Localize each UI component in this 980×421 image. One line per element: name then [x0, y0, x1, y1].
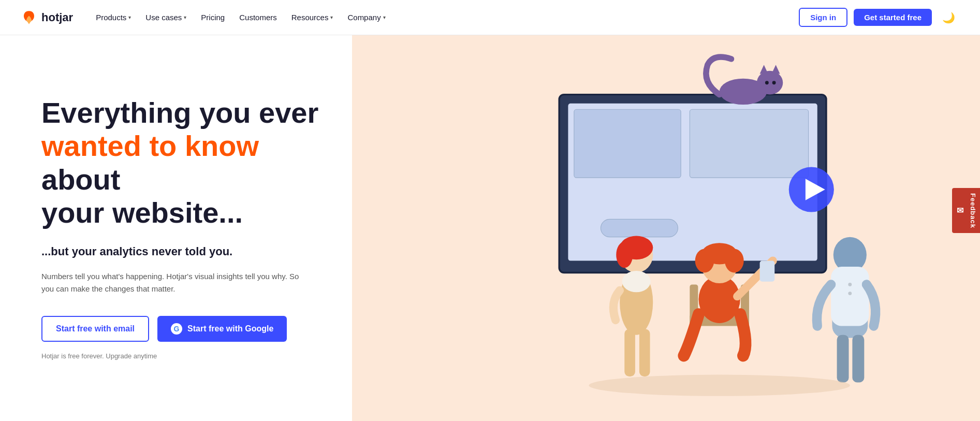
hero-svg-illustration — [352, 35, 980, 421]
svg-rect-3 — [574, 109, 681, 178]
svg-rect-4 — [690, 109, 808, 178]
svg-point-7 — [757, 71, 783, 95]
use-cases-chevron-icon: ▾ — [184, 14, 186, 20]
svg-rect-36 — [852, 335, 864, 383]
resources-chevron-icon: ▾ — [330, 14, 333, 20]
google-icon: G — [171, 323, 182, 335]
hero-title: Everything you ever wanted to know about… — [41, 96, 321, 230]
nav-resources[interactable]: Resources ▾ — [285, 9, 340, 26]
svg-point-34 — [848, 292, 852, 295]
sign-in-button[interactable]: Sign in — [799, 8, 847, 27]
logo[interactable]: hotjar — [21, 9, 73, 26]
feedback-label: Feedback — [969, 193, 977, 228]
svg-point-11 — [772, 81, 776, 84]
hotjar-logo-icon — [21, 9, 37, 26]
nav-customers[interactable]: Customers — [233, 9, 283, 26]
dark-mode-toggle[interactable]: 🌙 — [938, 9, 959, 26]
get-started-button[interactable]: Get started free — [854, 9, 932, 26]
logo-text: hotjar — [41, 11, 73, 24]
svg-point-33 — [848, 283, 852, 286]
nav-links: Products ▾ Use cases ▾ Pricing Customers… — [90, 9, 392, 26]
svg-point-25 — [695, 249, 714, 273]
svg-rect-18 — [639, 329, 650, 376]
products-chevron-icon: ▾ — [128, 14, 131, 20]
svg-rect-32 — [831, 267, 869, 326]
hero-footnote: Hotjar is free forever. Upgrade anytime — [41, 352, 321, 360]
start-email-button[interactable]: Start free with email — [41, 316, 149, 342]
svg-point-16 — [622, 271, 651, 292]
nav-company[interactable]: Company ▾ — [341, 9, 391, 26]
svg-point-10 — [765, 81, 769, 84]
nav-right: Sign in Get started free 🌙 — [799, 8, 959, 27]
svg-point-26 — [725, 249, 744, 273]
nav-products[interactable]: Products ▾ — [90, 9, 137, 26]
envelope-icon: ✉ — [955, 206, 965, 215]
nav-use-cases[interactable]: Use cases ▾ — [139, 9, 193, 26]
hero-subtitle: ...but your analytics never told you. — [41, 244, 321, 260]
navbar: hotjar Products ▾ Use cases ▾ Pricing Cu… — [0, 0, 980, 35]
svg-rect-35 — [837, 335, 849, 383]
nav-left: hotjar Products ▾ Use cases ▾ Pricing Cu… — [21, 9, 392, 26]
svg-rect-17 — [624, 329, 635, 376]
svg-rect-27 — [760, 261, 775, 282]
start-google-button[interactable]: G Start free with Google — [157, 316, 287, 342]
svg-point-37 — [589, 375, 850, 396]
svg-point-15 — [616, 242, 633, 268]
svg-rect-5 — [601, 219, 678, 237]
nav-pricing[interactable]: Pricing — [195, 9, 231, 26]
feedback-tab[interactable]: Feedback ✉ — [952, 188, 980, 234]
hero-illustration — [352, 35, 980, 421]
company-chevron-icon: ▾ — [383, 14, 386, 20]
hero-section: Everything you ever wanted to know about… — [0, 35, 980, 421]
hero-cta-buttons: Start free with email G Start free with … — [41, 316, 321, 342]
hero-left: Everything you ever wanted to know about… — [0, 35, 352, 421]
hero-description: Numbers tell you what's happening. Hotja… — [41, 270, 300, 295]
